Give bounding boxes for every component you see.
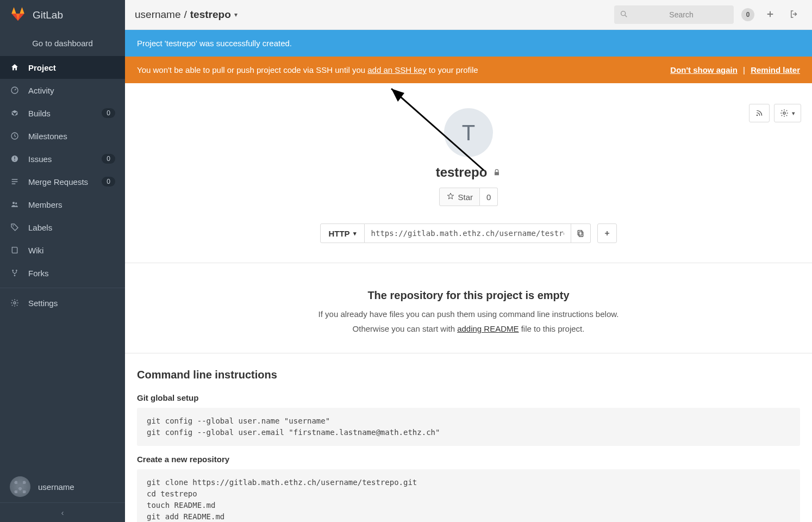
- svg-point-11: [13, 225, 14, 226]
- mr-count-badge: 0: [102, 177, 115, 187]
- cli-section: Command line instructions Git global set…: [125, 369, 812, 522]
- svg-rect-23: [578, 231, 582, 235]
- sidebar-item-label: Activity: [28, 86, 115, 95]
- divider: [125, 353, 812, 353]
- sidebar-item-settings[interactable]: Settings: [0, 291, 125, 314]
- project-head: T testrepo Star 0: [125, 83, 812, 243]
- sidebar-item-activity[interactable]: Activity: [0, 79, 125, 102]
- empty-line-2-post: file to this project.: [519, 324, 585, 333]
- tasks-icon: [10, 177, 20, 187]
- todos-count: 0: [746, 11, 750, 18]
- sidebar-item-builds[interactable]: Builds 0: [0, 102, 125, 125]
- topbar: username / testrepo ▾ 0: [125, 0, 812, 30]
- sidebar-user[interactable]: username: [0, 471, 125, 502]
- project-settings-dropdown[interactable]: ▾: [774, 104, 801, 122]
- svg-rect-22: [579, 232, 583, 237]
- flash-success-text: Project 'testrepo' was successfully crea…: [137, 39, 292, 48]
- sidebar-item-wiki[interactable]: Wiki: [0, 239, 125, 262]
- users-icon: [10, 200, 20, 209]
- flash-warning-post: to your profile: [427, 65, 478, 74]
- sidebar-item-label: Issues: [28, 154, 93, 164]
- empty-line-2: Otherwise you can start with adding READ…: [136, 324, 801, 333]
- exclaim-icon: [10, 154, 20, 164]
- cli-setup-title: Git global setup: [137, 393, 800, 402]
- main: username / testrepo ▾ 0 Project 'testrep…: [125, 0, 812, 522]
- add-button[interactable]: [597, 223, 617, 243]
- svg-point-10: [15, 202, 17, 204]
- gitlab-logo-icon: [10, 5, 26, 24]
- chevron-down-icon: ▾: [792, 110, 795, 117]
- clone-protocol-dropdown[interactable]: HTTP ▾: [320, 223, 364, 243]
- cli-setup-code[interactable]: git config --global user.name "username"…: [137, 408, 800, 446]
- copy-url-button[interactable]: [571, 223, 591, 243]
- sidebar-item-merge-requests[interactable]: Merge Requests 0: [0, 170, 125, 193]
- star-label: Star: [458, 192, 473, 202]
- book-icon: [10, 245, 20, 255]
- star-button[interactable]: Star: [439, 188, 480, 206]
- svg-rect-7: [14, 157, 15, 159]
- clone-url-input[interactable]: [365, 223, 571, 243]
- brand[interactable]: GitLab: [0, 0, 125, 30]
- sidebar-item-forks[interactable]: Forks: [0, 262, 125, 284]
- star-row: Star 0: [439, 188, 498, 206]
- svg-marker-2: [11, 7, 16, 14]
- sidebar-collapse-button[interactable]: ‹: [0, 502, 125, 522]
- empty-state: The repository for this project is empty…: [125, 289, 812, 333]
- flash-warning-pre: You won't be able to pull or push projec…: [137, 65, 367, 74]
- project-name-row: testrepo: [436, 165, 502, 180]
- content: ▾ T testrepo Star 0: [125, 83, 812, 522]
- rss-button[interactable]: [749, 104, 770, 122]
- svg-point-20: [783, 112, 785, 114]
- go-to-dashboard-link[interactable]: Go to dashboard: [0, 30, 125, 56]
- dont-show-again-link[interactable]: Don't show again: [670, 65, 738, 74]
- svg-point-16: [621, 11, 626, 15]
- sidebar-item-label: Builds: [28, 109, 93, 118]
- gear-icon: [10, 298, 20, 308]
- svg-rect-8: [14, 160, 15, 160]
- issues-count-badge: 0: [102, 154, 115, 164]
- sidebar-item-label: Milestones: [28, 132, 115, 141]
- svg-point-14: [14, 275, 16, 276]
- sidebar-item-project[interactable]: Project: [0, 56, 125, 79]
- sidebar-item-label: Settings: [28, 299, 115, 308]
- sign-out-button[interactable]: [786, 6, 802, 24]
- sidebar-item-labels[interactable]: Labels: [0, 216, 125, 239]
- star-count: 0: [480, 188, 498, 206]
- svg-point-19: [757, 115, 758, 116]
- home-icon: [10, 63, 20, 72]
- todos-badge[interactable]: 0: [741, 8, 754, 21]
- sidebar: GitLab Go to dashboard Project Activity …: [0, 0, 125, 522]
- sidebar-item-label: Merge Requests: [28, 177, 93, 187]
- adding-readme-link[interactable]: adding README: [457, 324, 519, 333]
- search-box[interactable]: [614, 5, 734, 24]
- breadcrumb[interactable]: username / testrepo ▾: [135, 9, 238, 21]
- sidebar-item-issues[interactable]: Issues 0: [0, 147, 125, 170]
- add-ssh-key-link[interactable]: add an SSH key: [367, 65, 426, 74]
- remind-later-link[interactable]: Remind later: [751, 65, 800, 74]
- brand-label: GitLab: [33, 9, 63, 21]
- svg-rect-21: [495, 172, 499, 175]
- flash-action-separator: |: [743, 65, 745, 74]
- sidebar-item-label: Wiki: [28, 246, 115, 255]
- new-project-button[interactable]: [762, 6, 778, 24]
- svg-point-12: [12, 270, 14, 271]
- empty-title: The repository for this project is empty: [136, 289, 801, 302]
- flash-success: Project 'testrepo' was successfully crea…: [125, 30, 812, 57]
- sidebar-item-label: Forks: [28, 269, 115, 278]
- sidebar-item-milestones[interactable]: Milestones: [0, 125, 125, 147]
- clone-protocol-label: HTTP: [328, 229, 349, 238]
- chevron-down-icon: ▾: [353, 230, 357, 237]
- project-letter: T: [462, 121, 475, 145]
- svg-point-9: [13, 202, 15, 204]
- search-input[interactable]: [634, 10, 729, 19]
- empty-line-2-pre: Otherwise you can start with: [353, 324, 458, 333]
- project-name: testrepo: [436, 165, 488, 180]
- lock-icon: [492, 165, 501, 180]
- svg-point-13: [16, 270, 17, 271]
- flash-warning: You won't be able to pull or push projec…: [125, 57, 812, 83]
- cubes-icon: [10, 108, 20, 118]
- sidebar-item-members[interactable]: Members: [0, 193, 125, 216]
- cli-create-code[interactable]: git clone https://gitlab.math.ethz.ch/us…: [137, 469, 800, 522]
- breadcrumb-sep: /: [184, 9, 187, 21]
- chevron-down-icon: ▾: [234, 11, 238, 18]
